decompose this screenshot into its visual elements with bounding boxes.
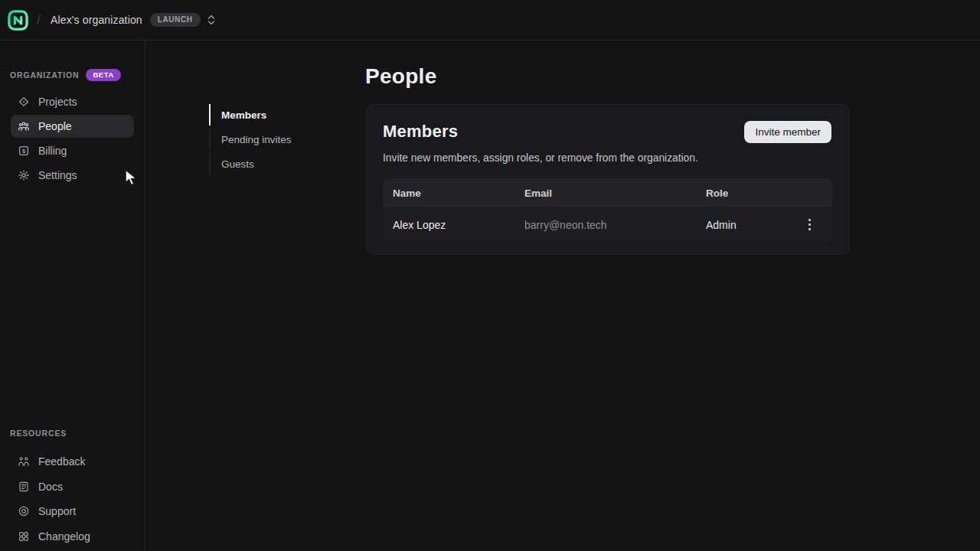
page-title: People bbox=[365, 64, 437, 89]
sidebar-item-label: Billing bbox=[38, 145, 67, 157]
invite-member-button[interactable]: Invite member bbox=[744, 121, 831, 143]
org-switcher[interactable]: Alex's organization LAUNCH bbox=[51, 13, 216, 27]
support-icon bbox=[18, 505, 30, 517]
billing-icon: $ bbox=[18, 145, 30, 157]
member-email: barry@neon.tech bbox=[524, 219, 706, 231]
organization-section-label: ORGANIZATION bbox=[10, 70, 79, 80]
members-table: Name Email Role Alex Lopez barry@neon.te… bbox=[383, 178, 832, 242]
tab-guests[interactable]: Guests bbox=[209, 153, 292, 174]
settings-icon bbox=[18, 169, 30, 181]
neon-logo[interactable] bbox=[8, 10, 28, 31]
sidebar-item-feedback[interactable]: Feedback bbox=[11, 449, 134, 474]
member-name: Alex Lopez bbox=[383, 219, 524, 231]
people-subnav: Members Pending invites Guests bbox=[209, 104, 292, 178]
table-row: Alex Lopez barry@neon.tech Admin bbox=[383, 207, 832, 242]
docs-icon bbox=[18, 481, 30, 493]
resources-section: RESOURCES Feedback bbox=[0, 427, 145, 551]
feedback-icon bbox=[18, 455, 30, 468]
column-header-email: Email bbox=[524, 187, 706, 199]
sidebar-item-settings[interactable]: Settings bbox=[11, 164, 134, 187]
table-header-row: Name Email Role bbox=[383, 178, 832, 207]
members-card: Members Invite member Invite new members… bbox=[366, 104, 850, 255]
sidebar-item-changelog[interactable]: Changelog bbox=[11, 524, 134, 549]
sidebar-item-docs[interactable]: Docs bbox=[11, 474, 134, 500]
svg-text:$: $ bbox=[22, 148, 26, 155]
members-card-description: Invite new members, assign roles, or rem… bbox=[383, 152, 831, 164]
resources-section-label: RESOURCES bbox=[10, 429, 67, 438]
resources-section-header: RESOURCES bbox=[0, 427, 145, 439]
tab-members[interactable]: Members bbox=[209, 104, 292, 126]
sidebar-item-label: People bbox=[38, 120, 72, 132]
neon-logo-icon bbox=[8, 10, 28, 31]
changelog-icon bbox=[18, 530, 30, 543]
projects-icon bbox=[18, 96, 30, 108]
organization-nav: Projects People $ Billing bbox=[0, 90, 145, 188]
topbar: / Alex's organization LAUNCH bbox=[0, 0, 980, 41]
org-name: Alex's organization bbox=[51, 14, 142, 26]
beta-badge: BETA bbox=[86, 69, 120, 82]
people-icon bbox=[18, 120, 30, 132]
sidebar-item-billing[interactable]: $ Billing bbox=[11, 139, 134, 162]
tab-pending-invites[interactable]: Pending invites bbox=[209, 129, 292, 150]
column-header-name: Name bbox=[383, 187, 524, 199]
sidebar-item-label: Settings bbox=[38, 169, 77, 181]
resources-nav: Feedback Docs Support bbox=[0, 449, 145, 549]
sidebar-item-label: Support bbox=[38, 505, 76, 517]
sidebar-item-label: Feedback bbox=[38, 455, 85, 468]
sidebar-item-label: Projects bbox=[38, 96, 77, 108]
members-card-header: Members Invite member bbox=[383, 120, 831, 143]
sidebar: ORGANIZATION BETA Projects People bbox=[0, 41, 145, 551]
chevron-updown-icon bbox=[207, 13, 216, 27]
sidebar-item-label: Changelog bbox=[38, 530, 90, 543]
sidebar-item-label: Docs bbox=[38, 481, 63, 493]
column-header-role: Role bbox=[706, 187, 832, 199]
sidebar-item-projects[interactable]: Projects bbox=[11, 90, 134, 113]
organization-section-header: ORGANIZATION BETA bbox=[0, 69, 145, 81]
members-card-title: Members bbox=[383, 122, 458, 142]
sidebar-item-support[interactable]: Support bbox=[11, 499, 134, 524]
breadcrumb-slash: / bbox=[37, 12, 41, 28]
launch-badge: LAUNCH bbox=[150, 13, 201, 27]
sidebar-item-people[interactable]: People bbox=[11, 115, 134, 138]
kebab-menu-icon[interactable] bbox=[800, 216, 818, 234]
